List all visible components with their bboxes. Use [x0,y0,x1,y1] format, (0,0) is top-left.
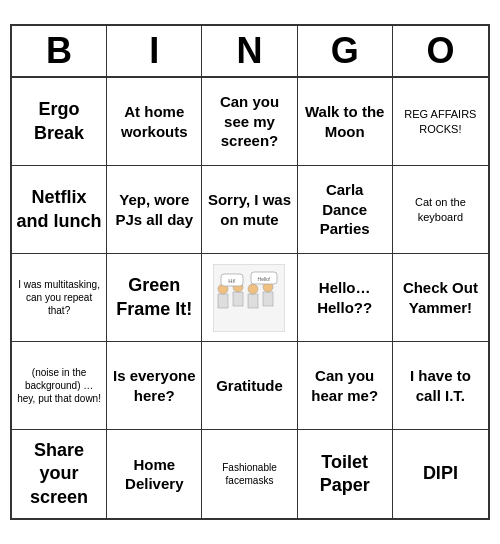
cell-text-6: Yep, wore PJs all day [111,190,197,229]
bingo-cell-3: Walk to the Moon [298,78,393,166]
bingo-cell-16: Is everyone here? [107,342,202,430]
cell-text-17: Gratitude [216,376,283,396]
bingo-cell-8: Carla Dance Parties [298,166,393,254]
bingo-cell-17: Gratitude [202,342,297,430]
bingo-card: BINGO Ergo BreakAt home workoutsCan you … [10,24,490,520]
cell-text-13: Hello… Hello?? [302,278,388,317]
bingo-cell-21: Home Delivery [107,430,202,518]
cell-text-2: Can you see my screen? [206,92,292,151]
svg-rect-5 [248,294,258,308]
bingo-cell-22: Fashionable facemasks [202,430,297,518]
svg-text:Hi!: Hi! [229,278,237,284]
cell-text-23: Toilet Paper [302,451,388,498]
cell-text-7: Sorry, I was on mute [206,190,292,229]
middle-image: Hi! Hello! [213,262,285,334]
bingo-cell-14: Check Out Yammer! [393,254,488,342]
cell-text-14: Check Out Yammer! [397,278,484,317]
bingo-cell-11: Green Frame It! [107,254,202,342]
cell-text-24: DIPI [423,462,458,485]
cell-text-0: Ergo Break [16,98,102,145]
bingo-cell-18: Can you hear me? [298,342,393,430]
bingo-cell-23: Toilet Paper [298,430,393,518]
cell-text-20: Share your screen [16,439,102,509]
bingo-cell-13: Hello… Hello?? [298,254,393,342]
cell-text-9: Cat on the keyboard [397,195,484,224]
svg-rect-3 [233,292,243,306]
cell-text-3: Walk to the Moon [302,102,388,141]
bingo-letter-b: B [12,26,107,76]
cell-text-4: REG AFFAIRS ROCKS! [397,107,484,136]
bingo-cell-9: Cat on the keyboard [393,166,488,254]
cell-text-11: Green Frame It! [111,274,197,321]
bingo-header: BINGO [12,26,488,78]
svg-text:Hello!: Hello! [258,276,271,282]
cell-text-8: Carla Dance Parties [302,180,388,239]
cell-text-10: I was multitasking, can you repeat that? [16,278,102,317]
bingo-cell-6: Yep, wore PJs all day [107,166,202,254]
bingo-letter-o: O [393,26,488,76]
bingo-grid: Ergo BreakAt home workoutsCan you see my… [12,78,488,518]
bingo-letter-i: I [107,26,202,76]
cell-text-21: Home Delivery [111,455,197,494]
svg-point-6 [248,284,258,294]
bingo-cell-7: Sorry, I was on mute [202,166,297,254]
bingo-cell-2: Can you see my screen? [202,78,297,166]
bingo-cell-12: Hi! Hello! [202,254,297,342]
bingo-letter-n: N [202,26,297,76]
cell-text-19: I have to call I.T. [397,366,484,405]
bingo-cell-5: Netflix and lunch [12,166,107,254]
svg-rect-1 [218,294,228,308]
cell-text-15: (noise in the background) … hey, put tha… [16,366,102,405]
bingo-cell-4: REG AFFAIRS ROCKS! [393,78,488,166]
bingo-cell-1: At home workouts [107,78,202,166]
bingo-cell-0: Ergo Break [12,78,107,166]
cell-text-16: Is everyone here? [111,366,197,405]
bingo-cell-24: DIPI [393,430,488,518]
cell-text-1: At home workouts [111,102,197,141]
bingo-cell-10: I was multitasking, can you repeat that? [12,254,107,342]
bingo-cell-20: Share your screen [12,430,107,518]
bingo-cell-15: (noise in the background) … hey, put tha… [12,342,107,430]
cell-text-22: Fashionable facemasks [206,461,292,487]
cell-text-5: Netflix and lunch [16,186,102,233]
bingo-letter-g: G [298,26,393,76]
bingo-cell-19: I have to call I.T. [393,342,488,430]
svg-rect-7 [263,292,273,306]
cell-text-18: Can you hear me? [302,366,388,405]
